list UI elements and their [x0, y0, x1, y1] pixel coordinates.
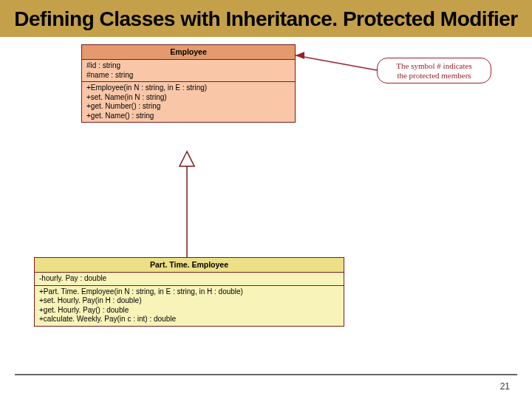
title-band: Defining Classes with Inheritance. Prote…	[0, 0, 532, 37]
op: +get. Name() : string	[86, 112, 290, 121]
class-name: Employee	[82, 45, 295, 59]
svg-line-0	[296, 55, 377, 70]
op: +set. Name(in N : string)	[86, 93, 290, 103]
uml-class-parttime: Part. Time. Employee -hourly. Pay : doub…	[34, 257, 344, 327]
svg-marker-1	[296, 52, 304, 59]
uml-diagram: Employee #id : string #name : string +Em…	[0, 37, 532, 332]
op: +Employee(in N : string, in E : string)	[86, 83, 290, 93]
slide-title: Defining Classes with Inheritance. Prote…	[7, 7, 525, 31]
operations: +Part. Time. Employee(in N : string, in …	[35, 285, 344, 326]
page-number: 21	[500, 381, 510, 392]
attributes: -hourly. Pay : double	[35, 272, 344, 285]
op: +set. Hourly. Pay(in H : double)	[39, 296, 339, 306]
op: +get. Number() : string	[86, 102, 290, 112]
op: +calculate. Weekly. Pay(in c : int) : do…	[39, 315, 339, 324]
attr: -hourly. Pay : double	[39, 274, 339, 284]
footer-rule	[15, 374, 517, 375]
operations: +Employee(in N : string, in E : string) …	[82, 81, 295, 122]
attr: #name : string	[86, 71, 290, 81]
class-name: Part. Time. Employee	[35, 258, 344, 272]
note-protected: The symbol # indicates the protected mem…	[377, 58, 491, 83]
note-line: The symbol # indicates	[385, 61, 483, 71]
attributes: #id : string #name : string	[82, 59, 295, 81]
attr: #id : string	[86, 61, 290, 71]
op: +Part. Time. Employee(in N : string, in …	[39, 287, 339, 297]
svg-marker-3	[180, 151, 194, 166]
op: +get. Hourly. Pay() : double	[39, 306, 339, 316]
note-line: the protected members	[385, 71, 483, 81]
uml-class-employee: Employee #id : string #name : string +Em…	[81, 44, 296, 123]
